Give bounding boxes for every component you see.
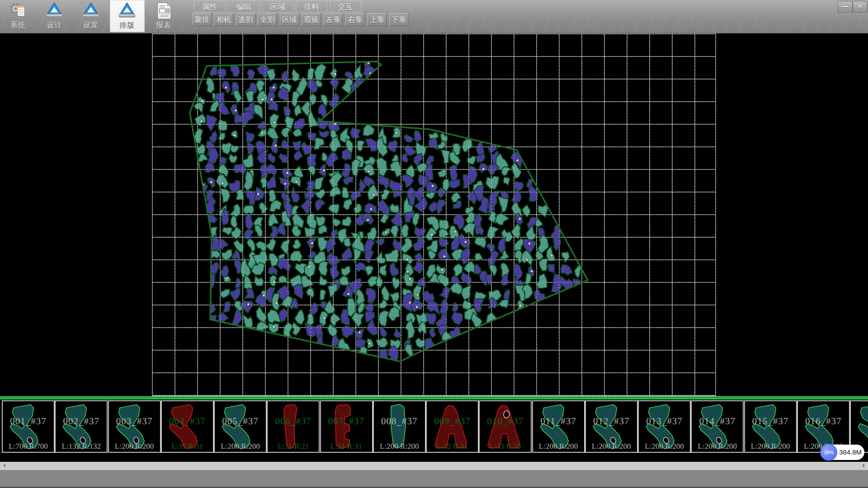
tool-button-select-cut[interactable]: 选割 xyxy=(236,13,255,26)
thumbnail-cell-006_#37[interactable]: 006_#37L:21 R:21 xyxy=(267,400,320,453)
settings-ruler-icon xyxy=(82,2,100,20)
tool-button-defect[interactable]: 瑕疵 xyxy=(302,13,321,26)
toolbar-button-label: 报表 xyxy=(146,21,181,30)
piece-lr-label: L:31 R:31 xyxy=(162,442,213,451)
memory-progress-badge: 38% 384.8M xyxy=(821,445,864,460)
status-bar xyxy=(0,470,868,487)
piece-id-label: 003_#37 xyxy=(109,416,160,427)
toolbar-button-label: 设置 xyxy=(73,21,108,30)
piece-lr-label: L:200 R:200 xyxy=(374,442,425,451)
scroll-right-arrow-icon[interactable]: › xyxy=(859,462,868,470)
toolbar-button-layout[interactable]: 排版 xyxy=(110,0,145,32)
menu-tab-edit[interactable]: 编辑 xyxy=(228,0,259,12)
menu-tab-region[interactable]: 区域 xyxy=(262,0,293,12)
piece-lr-label: L:200 R:200 xyxy=(586,442,637,451)
piece-lr-label: L:33 R:33 xyxy=(480,442,531,451)
thumbnail-cell-015_#37[interactable]: 015_#37L:200 R:200 xyxy=(744,400,797,453)
piece-id-label: 011_#37 xyxy=(533,416,584,427)
tool-button-snap-up[interactable]: 上靠 xyxy=(367,13,387,26)
thumbnail-cell-005_#37[interactable]: 005_#37L:200 R:200 xyxy=(214,400,267,453)
horizontal-scrollbar[interactable]: ‹ › xyxy=(0,462,868,470)
piece-lr-label: L:21 R:21 xyxy=(268,442,319,451)
application-window: 系统设计设置排版报表 属性编辑区域排料交互 聚排相机选割全割区域瑕疵左靠右靠上靠… xyxy=(0,0,868,488)
piece-id-label: 001_#37 xyxy=(3,416,54,427)
thumbnail-cell-004_#37[interactable]: 004_#37L:31 R:31 xyxy=(161,400,214,453)
piece-lr-label: L:200 R:200 xyxy=(109,442,160,451)
piece-shape xyxy=(854,402,868,451)
thumbnail-cell-011_#37[interactable]: 011_#37L:200 R:200 xyxy=(532,400,585,453)
memory-value: 384.8M xyxy=(838,445,863,460)
piece-lr-label: L:200 R:200 xyxy=(692,442,743,451)
piece-id-label: 016_#37 xyxy=(798,416,849,427)
main-toolbar: 系统设计设置排版报表 属性编辑区域排料交互 聚排相机选割全割区域瑕疵左靠右靠上靠… xyxy=(0,0,868,33)
thumbnail-cell-008_#37[interactable]: 008_#37L:200 R:200 xyxy=(373,400,426,453)
tool-button-region[interactable]: 区域 xyxy=(280,13,299,26)
thumbnail-cell-001_#37[interactable]: 001_#37L:700 R:700 xyxy=(2,400,55,453)
toolbar-button-label: 设计 xyxy=(37,21,72,30)
thumbnail-cell-009_#37[interactable]: 009_#37L:32 R:31 xyxy=(426,400,479,453)
layout-ruler-icon xyxy=(118,2,136,20)
tool-button-cut-all[interactable]: 全割 xyxy=(258,13,277,26)
nesting-canvas-area[interactable] xyxy=(0,33,868,396)
thumbnail-cell-003_#37[interactable]: 003_#37L:200 R:200 xyxy=(108,400,161,453)
piece-lr-label: L:200 R:200 xyxy=(639,442,690,451)
piece-thumbnail-strip: 001_#37L:700 R:700002_#37L:132 R:132003_… xyxy=(0,400,868,453)
thumbnail-cell-007_#37[interactable]: 007_#37L:31 R:31 xyxy=(320,400,373,453)
system-gear-icon xyxy=(9,2,27,20)
design-ruler-icon xyxy=(45,2,63,20)
piece-id-label: 013_#37 xyxy=(639,416,690,427)
piece-lr-label: L:200 R:200 xyxy=(215,442,266,451)
menu-tab-interact[interactable]: 交互 xyxy=(330,0,361,12)
toolbar-button-label: 排版 xyxy=(110,21,145,30)
thumbnail-cell-014_#37[interactable]: 014_#37L:200 R:200 xyxy=(691,400,744,453)
toolbar-button-system[interactable]: 系统 xyxy=(0,0,35,32)
piece-lr-label: L:200 R:200 xyxy=(745,442,796,451)
scroll-left-arrow-icon[interactable]: ‹ xyxy=(0,462,9,470)
nesting-canvas[interactable] xyxy=(0,33,868,396)
piece-id-label: 012_#37 xyxy=(586,416,637,427)
piece-id-label: 004_#37 xyxy=(162,416,213,427)
piece-id-label: 007_#37 xyxy=(321,416,372,427)
tool-button-snap-down[interactable]: 下靠 xyxy=(389,13,409,26)
thumbnail-separator xyxy=(0,396,868,400)
piece-id-label: 015_#37 xyxy=(745,416,796,427)
piece-lr-label: L:700 R:700 xyxy=(3,442,54,451)
thumbnail-cell-013_#37[interactable]: 013_#37L:200 R:200 xyxy=(638,400,691,453)
tool-button-snap-right[interactable]: 右靠 xyxy=(345,13,365,26)
toolbar-button-design[interactable]: 设计 xyxy=(37,0,72,32)
menu-tab-properties[interactable]: 属性 xyxy=(194,0,226,12)
piece-lr-label: L:32 R:31 xyxy=(427,442,478,451)
toolbar-button-settings[interactable]: 设置 xyxy=(73,0,108,32)
piece-id-label: 010_#37 xyxy=(480,416,531,427)
piece-id-label: 009_#37 xyxy=(427,416,478,427)
tool-button-camera[interactable]: 相机 xyxy=(214,13,233,26)
thumbnail-cell-002_#37[interactable]: 002_#37L:132 R:132 xyxy=(55,400,108,453)
progress-percent: 38% xyxy=(820,444,837,461)
tool-button-snap-left[interactable]: 左靠 xyxy=(323,13,343,26)
report-doc-icon xyxy=(155,2,173,20)
thumbnail-cell-010_#37[interactable]: 010_#37L:33 R:33 xyxy=(479,400,532,453)
piece-id-label: 006_#37 xyxy=(268,416,319,427)
close-button[interactable]: ✕ xyxy=(853,1,868,13)
piece-lr-label: L:200 R:200 xyxy=(533,442,584,451)
piece-lr-label: L:132 R:132 xyxy=(56,442,107,451)
toolbar-button-label: 系统 xyxy=(0,21,35,30)
piece-id-label: 014_#37 xyxy=(692,416,743,427)
minimize-button[interactable]: — xyxy=(838,1,853,13)
menu-tab-nesting[interactable]: 排料 xyxy=(296,0,327,12)
piece-id-label: 005_#37 xyxy=(215,416,266,427)
piece-id-label: 008_#37 xyxy=(374,416,425,427)
thumbnail-cell-012_#37[interactable]: 012_#37L:200 R:200 xyxy=(585,400,638,453)
piece-lr-label: L:31 R:31 xyxy=(321,442,372,451)
tool-button-cluster-nest[interactable]: 聚排 xyxy=(192,13,212,26)
toolbar-button-report[interactable]: 报表 xyxy=(146,0,181,32)
piece-id-label: 002_#37 xyxy=(56,416,107,427)
